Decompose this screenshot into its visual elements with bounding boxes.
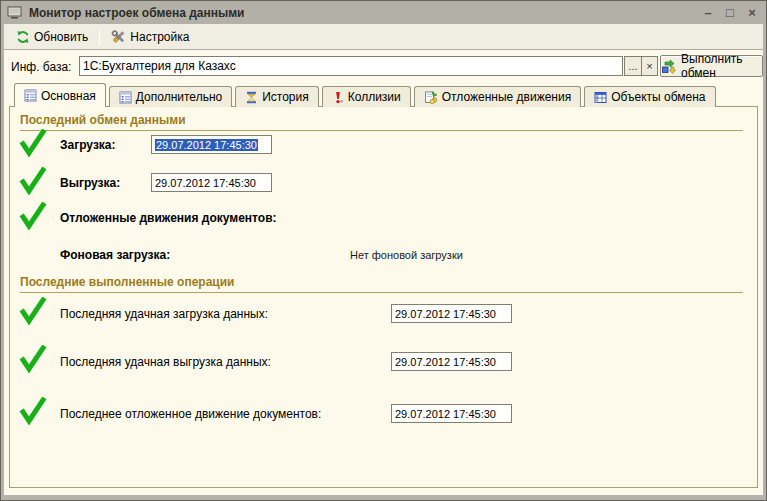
tab-osnovnaya[interactable]: Основная xyxy=(14,83,106,107)
tab-label: Объекты обмена xyxy=(611,90,705,104)
tab-page-osnovnaya: Последний обмен данными Загрузка: 29.07.… xyxy=(9,106,758,488)
last-load-date-input[interactable]: 29.07.2012 17:45:30 xyxy=(391,304,512,323)
background-load-value: Нет фоновой загрузки xyxy=(350,249,463,261)
last-load-label: Последняя удачная загрузка данных: xyxy=(60,307,268,321)
tab-label: История xyxy=(262,90,309,104)
infobase-value: 1С:Бухгалтерия для Казахс xyxy=(83,59,236,73)
last-load-date-value: 29.07.2012 17:45:30 xyxy=(395,308,496,320)
section-last-exchange: Последний обмен данными xyxy=(20,113,743,131)
infobase-input[interactable]: 1С:Бухгалтерия для Казахс xyxy=(79,56,623,76)
tab-istoriya[interactable]: История xyxy=(235,86,319,107)
minimize-button[interactable]: – xyxy=(700,5,716,21)
toolbar-separator xyxy=(99,28,100,45)
unload-date-value: 29.07.2012 17:45:30 xyxy=(155,177,256,189)
form-icon xyxy=(24,89,37,102)
exchange-icon xyxy=(661,59,676,74)
background-load-label: Фоновая загрузка: xyxy=(60,248,170,262)
infobase-clear-button[interactable]: × xyxy=(641,56,658,76)
tab-label: Коллизии xyxy=(348,90,401,104)
maximize-button[interactable]: □ xyxy=(722,5,738,21)
tab-dopolnitelno[interactable]: Дополнительно xyxy=(109,86,232,107)
settings-label: Настройка xyxy=(130,30,189,44)
last-unload-date-value: 29.07.2012 17:45:30 xyxy=(395,356,496,368)
history-icon xyxy=(245,91,258,104)
toolbar: Обновить Настройка xyxy=(4,24,763,50)
form-icon xyxy=(119,91,132,104)
section-last-operations: Последние выполненные операции xyxy=(20,275,743,293)
tab-otlozhennye-dvizheniya[interactable]: Отложенные движения xyxy=(414,86,581,107)
deferred-icon xyxy=(424,91,438,104)
success-check-icon xyxy=(19,202,47,230)
success-check-icon xyxy=(19,345,47,373)
infobase-label: Инф. база: xyxy=(11,60,71,74)
success-check-icon xyxy=(19,167,47,195)
window-icon xyxy=(7,6,23,20)
last-deferred-date-value: 29.07.2012 17:45:30 xyxy=(395,408,496,420)
close-button[interactable]: × xyxy=(744,5,760,21)
refresh-label: Обновить xyxy=(34,30,88,44)
last-deferred-label: Последнее отложенное движение документов… xyxy=(60,407,321,421)
unload-date-input[interactable]: 29.07.2012 17:45:30 xyxy=(151,173,272,192)
app-window: Монитор настроек обмена данными – □ × Об… xyxy=(0,0,767,501)
client-area: Инф. база: 1С:Бухгалтерия для Казахс ...… xyxy=(4,50,763,495)
deferred-movements-label: Отложенные движения документов: xyxy=(60,211,277,225)
titlebar: Монитор настроек обмена данными – □ × xyxy=(1,1,766,24)
last-unload-date-input[interactable]: 29.07.2012 17:45:30 xyxy=(391,352,512,371)
unload-label: Выгрузка: xyxy=(60,176,120,190)
infobase-browse-button[interactable]: ... xyxy=(624,56,642,76)
execute-exchange-button[interactable]: Выполнить обмен xyxy=(660,55,763,77)
refresh-icon xyxy=(16,30,30,44)
tab-obekty-obmena[interactable]: Объекты обмена xyxy=(584,86,715,107)
last-unload-label: Последняя удачная выгрузка данных: xyxy=(60,355,271,369)
execute-exchange-label: Выполнить обмен xyxy=(681,52,762,80)
collision-icon xyxy=(332,91,344,104)
tab-label: Дополнительно xyxy=(136,90,222,104)
success-check-icon xyxy=(19,297,47,325)
tab-label: Основная xyxy=(41,89,96,103)
success-check-icon xyxy=(19,397,47,425)
settings-button[interactable]: Настройка xyxy=(104,27,196,47)
load-label: Загрузка: xyxy=(60,138,116,152)
load-date-value: 29.07.2012 17:45:30 xyxy=(155,139,258,151)
window-title: Монитор настроек обмена данными xyxy=(29,6,245,20)
success-check-icon xyxy=(19,129,47,157)
load-date-input[interactable]: 29.07.2012 17:45:30 xyxy=(151,135,272,154)
tab-kollizii[interactable]: Коллизии xyxy=(322,86,411,107)
refresh-button[interactable]: Обновить xyxy=(9,27,95,47)
tab-label: Отложенные движения xyxy=(442,90,571,104)
last-deferred-date-input[interactable]: 29.07.2012 17:45:30 xyxy=(391,404,512,423)
settings-icon xyxy=(111,30,126,44)
tab-bar: Основная Дополнительно xyxy=(14,83,716,107)
objects-icon xyxy=(594,91,607,104)
